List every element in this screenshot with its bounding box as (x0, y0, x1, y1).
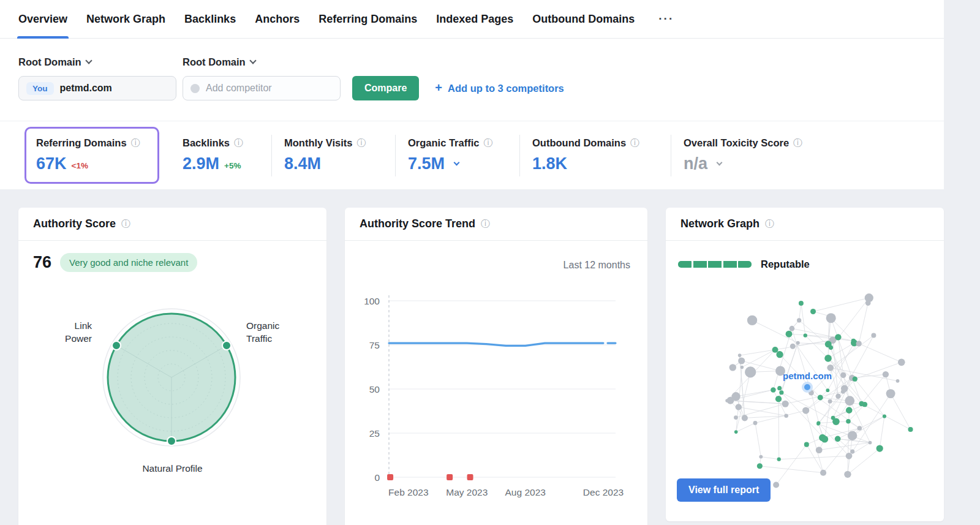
more-tabs-icon[interactable]: ··· (658, 12, 674, 26)
tab-indexed-pages[interactable]: Indexed Pages (436, 0, 513, 39)
metric-label: Referring Domains (36, 137, 127, 149)
reputation-segment-bar (678, 261, 752, 268)
metric-label: Backlinks (183, 137, 230, 149)
info-icon[interactable]: ⓘ (131, 138, 140, 148)
metric-label: Organic Traffic (408, 137, 479, 149)
reputation-segment (708, 261, 722, 268)
card-title: Authority Score (33, 217, 116, 230)
reputation-segment (678, 261, 692, 268)
backlink-analytics-page: Overview Network Graph Backlinks Anchors… (0, 0, 944, 525)
metric-overall-toxicity-score: Overall Toxicity Score ⓘ n/a (671, 135, 854, 176)
you-badge: You (26, 82, 54, 95)
svg-text:Dec 2023: Dec 2023 (583, 487, 624, 497)
overview-widgets: Authority Score ⓘ 76 Very good and niche… (0, 189, 944, 525)
card-title: Network Graph (680, 217, 760, 230)
metric-label: Outbound Domains (532, 137, 626, 149)
tab-overview[interactable]: Overview (18, 0, 67, 39)
info-icon[interactable]: ⓘ (357, 138, 366, 148)
chevron-down-icon (454, 160, 460, 166)
radar-chart-svg (18, 276, 326, 485)
you-domain-group: Root Domain You petmd.com (18, 55, 176, 100)
chevron-down-icon (249, 57, 256, 64)
metric-value: n/a (684, 154, 707, 173)
info-icon[interactable]: ⓘ (793, 138, 802, 148)
reputation-segment (723, 261, 737, 268)
you-domain-field[interactable]: You petmd.com (18, 76, 176, 100)
tab-referring-domains[interactable]: Referring Domains (318, 0, 417, 39)
reputation-status-label: Reputable (761, 259, 810, 270)
svg-text:50: 50 (369, 384, 380, 395)
chevron-down-icon (85, 57, 92, 64)
radar-axis-link-power: Link Power (49, 319, 92, 345)
metric-organic-traffic: Organic Traffic ⓘ 7.5M (395, 135, 519, 176)
tab-anchors[interactable]: Anchors (255, 0, 300, 39)
radar-axis-organic-traffic: Organic Traffic (246, 319, 295, 345)
metric-value[interactable]: 8.4M (284, 154, 321, 173)
report-tab-bar: Overview Network Graph Backlinks Anchors… (0, 0, 944, 39)
metric-delta: +5% (224, 161, 241, 170)
svg-text:0: 0 (374, 472, 380, 483)
metric-value[interactable]: 67K (36, 154, 67, 173)
tab-outbound-domains[interactable]: Outbound Domains (532, 0, 635, 39)
info-icon[interactable]: ⓘ (630, 138, 639, 148)
metric-label: Monthly Visits (284, 137, 353, 149)
reputation-segment (693, 261, 707, 268)
add-competitors-label: Add up to 3 competitors (448, 83, 564, 94)
svg-text:Aug 2023: Aug 2023 (505, 487, 546, 497)
metric-backlinks: Backlinks ⓘ 2.9M +5% (183, 137, 271, 173)
metric-value[interactable]: 1.8K (532, 154, 567, 173)
svg-text:May 2023: May 2023 (446, 487, 488, 497)
view-full-report-button[interactable]: View full report (677, 478, 771, 502)
metric-label: Overall Toxicity Score (684, 137, 789, 149)
root-domain-dropdown-competitor[interactable]: Root Domain (183, 55, 341, 69)
metric-value-dropdown[interactable]: 7.5M (408, 154, 519, 173)
authority-score-card: Authority Score ⓘ 76 Very good and niche… (18, 208, 326, 525)
comparison-controls: Root Domain You petmd.com Root Domain Co… (0, 39, 944, 121)
network-graph-card: Network Graph ⓘ Reputable petmd.com View… (666, 208, 944, 521)
chevron-down-icon (717, 160, 723, 166)
svg-text:petmd.com: petmd.com (783, 371, 832, 381)
info-icon[interactable]: ⓘ (121, 219, 130, 229)
info-icon[interactable]: ⓘ (481, 219, 490, 229)
metric-referring-domains: Referring Domains ⓘ 67K <1% (24, 127, 159, 184)
authority-trend-line-chart: 0255075100Feb 2023May 2023Aug 2023Dec 20… (345, 275, 647, 520)
svg-text:100: 100 (364, 296, 380, 306)
svg-text:25: 25 (369, 428, 380, 439)
info-icon[interactable]: ⓘ (765, 219, 774, 229)
metric-outbound-domains: Outbound Domains ⓘ 1.8K (519, 135, 671, 176)
tab-backlinks[interactable]: Backlinks (184, 0, 236, 39)
metric-value[interactable]: 2.9M (183, 154, 219, 173)
svg-text:Feb 2023: Feb 2023 (388, 487, 429, 497)
info-icon[interactable]: ⓘ (483, 138, 492, 148)
authority-score-value: 76 (33, 253, 51, 272)
network-graph-visualization: petmd.com (666, 276, 944, 497)
add-competitors-link[interactable]: + Add up to 3 competitors (435, 76, 564, 100)
radar-axis-natural-profile: Natural Profile (18, 462, 326, 475)
card-title: Authority Score Trend (360, 217, 475, 230)
root-domain-label: Root Domain (183, 56, 246, 68)
trend-period-label: Last 12 months (564, 260, 630, 271)
authority-score-trend-card: Authority Score Trend ⓘ Last 12 months 0… (345, 208, 647, 525)
root-domain-label: Root Domain (18, 56, 81, 68)
authority-score-badge: Very good and niche relevant (60, 253, 197, 272)
add-competitor-field[interactable] (183, 76, 341, 100)
tab-network-graph[interactable]: Network Graph (86, 0, 165, 39)
plus-icon: + (435, 81, 442, 95)
info-icon[interactable]: ⓘ (234, 138, 243, 148)
add-competitor-input[interactable] (206, 83, 322, 94)
reputation-indicator: Reputable (678, 259, 810, 270)
metric-value: 7.5M (408, 154, 445, 173)
root-domain-dropdown-you[interactable]: Root Domain (18, 55, 176, 69)
compare-button[interactable]: Compare (352, 76, 419, 100)
authority-score-radar-chart: Link Power Organic Traffic Natural Profi… (18, 276, 326, 525)
competitor-group: Root Domain (183, 55, 341, 100)
summary-metrics-strip: Referring Domains ⓘ 67K <1% Backlinks ⓘ … (0, 121, 944, 189)
reputation-segment (738, 261, 752, 268)
metric-monthly-visits: Monthly Visits ⓘ 8.4M (271, 135, 395, 176)
metric-value-dropdown[interactable]: n/a (684, 154, 854, 173)
svg-text:75: 75 (369, 340, 380, 350)
competitor-favicon-placeholder-icon (190, 84, 200, 93)
metric-delta: <1% (72, 161, 88, 170)
you-domain-value: petmd.com (60, 83, 112, 94)
